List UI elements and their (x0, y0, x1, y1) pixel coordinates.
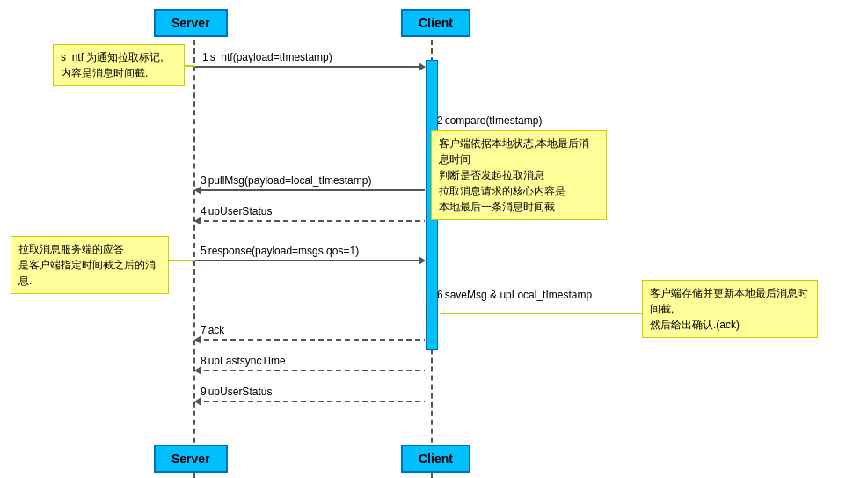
note-sntf: s_ntf 为通知拉取标记, 内容是消息时间截. (53, 44, 185, 86)
arrow-4-label: 4upUserStatus (201, 205, 272, 217)
note3-connector (169, 260, 195, 261)
arrow-7-label: 7ack (201, 324, 224, 336)
arrow-8 (195, 370, 425, 371)
note-savemsg: 客户端存储并更新本地最后消息时间截,然后给出确认.(ack) (642, 280, 818, 338)
diagram-container: Server Client 1s_ntf(payload=tImestamp) … (0, 0, 868, 478)
arrow-9-label: 9upUserStatus (201, 386, 272, 398)
note-compare: 客户端依据本地状态,本地最后消息时间判断是否发起拉取消息拉取消息请求的核心内容是… (431, 130, 607, 220)
arrow-4 (195, 220, 425, 222)
arrow-1 (195, 66, 425, 68)
note1-connector (185, 65, 195, 67)
arrow-3-label: 3pullMsg(payload=local_tImestamp) (201, 174, 371, 187)
arrow-3 (195, 189, 425, 191)
note4-connector (440, 313, 642, 314)
server-bottom: Server (154, 445, 228, 473)
arrow-6-self (426, 299, 427, 326)
arrow-2-label: 2compare(tImestamp) (437, 114, 542, 127)
arrow-7 (195, 339, 425, 341)
arrow-5-label: 5response(payload=msgs,qos=1) (201, 245, 359, 257)
arrow-9 (195, 401, 425, 402)
client-top: Client (401, 9, 470, 37)
arrow-6-label: 6saveMsg & upLocal_tImestamp (437, 289, 592, 301)
arrow-5 (195, 260, 425, 261)
arrow-1-label: 1s_ntf(payload=tImestamp) (202, 51, 332, 63)
server-lifeline (193, 40, 195, 478)
note-response: 拉取消息服务端的应答是客户端指定时间截之后的消息. (11, 236, 169, 294)
client-bottom: Client (401, 445, 470, 473)
arrow-8-label: 8upLastsyncTIme (201, 355, 286, 367)
server-top: Server (154, 9, 228, 37)
